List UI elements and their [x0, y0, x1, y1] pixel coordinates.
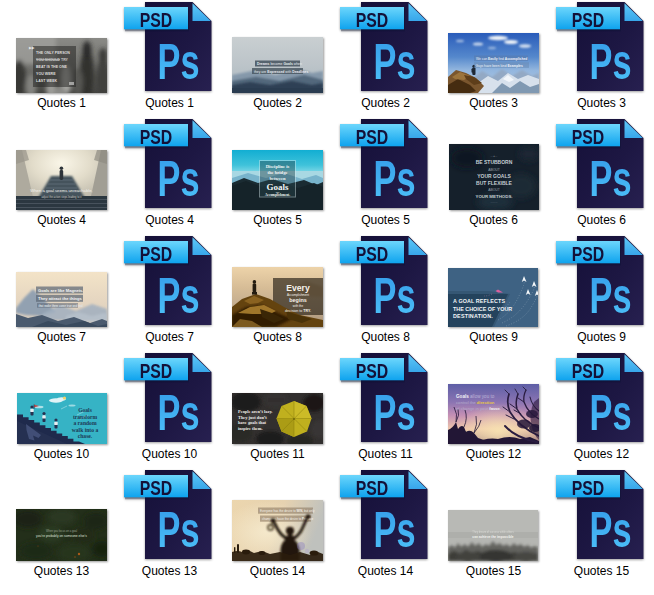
- svg-text:Goals: Goals: [78, 407, 92, 413]
- svg-text:DESTINATION.: DESTINATION.: [453, 313, 493, 319]
- svg-text:BE STUBBORN: BE STUBBORN: [475, 158, 512, 164]
- svg-text:Every: Every: [286, 283, 310, 293]
- svg-text:with the: with the: [293, 303, 304, 307]
- svg-text:THE ONLY PERSON: THE ONLY PERSON: [36, 51, 70, 55]
- svg-text:ABOUT: ABOUT: [488, 188, 500, 192]
- svg-text:YOU WERE: YOU WERE: [36, 72, 56, 76]
- svg-text:Discipline is: Discipline is: [266, 163, 290, 168]
- svg-text:LAST WEEK: LAST WEEK: [36, 79, 58, 83]
- svg-text:inspire them.: inspire them.: [238, 425, 263, 430]
- svg-text:Dreams become Goals when: Dreams become Goals when: [257, 62, 302, 66]
- svg-text:YOUR METHODS.: YOUR METHODS.: [475, 193, 512, 198]
- svg-text:Guys have been kind Examples: Guys have been kind Examples: [476, 63, 523, 67]
- svg-text:When a goal seems unreachable,: When a goal seems unreachable,: [30, 188, 92, 193]
- svg-text:YOUR GOALS: YOUR GOALS: [477, 172, 511, 178]
- svg-text:can achieve the impossible: can achieve the impossible: [472, 534, 514, 538]
- svg-text:They dream of success while ot: They dream of success while others: [472, 530, 514, 534]
- svg-text:adjust the action steps leadin: adjust the action steps leading to it: [42, 194, 82, 198]
- svg-text:transform: transform: [72, 413, 97, 419]
- svg-text:They attract the things: They attract the things: [38, 296, 83, 301]
- svg-text:chase.: chase.: [77, 433, 92, 439]
- svg-text:decision to TRY.: decision to TRY.: [285, 308, 311, 312]
- svg-text:control the direction: control the direction: [456, 400, 495, 405]
- svg-text:Goals allow you to: Goals allow you to: [456, 394, 495, 399]
- svg-text:We can Easily find Accomplishe: We can Easily find Accomplished: [476, 56, 527, 60]
- svg-text:you’re probably on someone els: you’re probably on someone else’s: [36, 533, 87, 537]
- svg-text:begins: begins: [289, 297, 306, 303]
- svg-text:that make them come true and r: that make them come true and real: [39, 303, 84, 307]
- svg-text:the bridge: the bridge: [267, 169, 287, 174]
- svg-text:Accomplishment.: Accomplishment.: [265, 193, 290, 197]
- svg-text:they are Expressed with Deadli: they are Expressed with Deadlines: [254, 69, 308, 73]
- svg-text:When you focus on a goal: When you focus on a goal: [46, 528, 77, 532]
- svg-text:▶▶: ▶▶: [29, 46, 35, 50]
- svg-text:A GOAL REFLECTS: A GOAL REFLECTS: [453, 298, 505, 304]
- svg-text:ABOUT: ABOUT: [488, 167, 500, 171]
- svg-text:of change in your favor.: of change in your favor.: [456, 406, 500, 411]
- svg-text:Accomplishment: Accomplishment: [287, 292, 309, 296]
- svg-text:Goals are like Magnets.: Goals are like Magnets.: [38, 287, 84, 292]
- svg-text:People aren’t lazy.: People aren’t lazy.: [238, 409, 272, 414]
- svg-text:BUT FLEXIBLE: BUT FLEXIBLE: [476, 179, 512, 185]
- svg-text:between: between: [269, 175, 286, 180]
- svg-text:walk into a: walk into a: [71, 426, 98, 432]
- svg-text:They just don’t: They just don’t: [238, 414, 267, 419]
- svg-text:———: ———: [490, 201, 498, 204]
- svg-text:THE CHOICE OF YOUR: THE CHOICE OF YOUR: [453, 305, 512, 311]
- svg-text:a random: a random: [73, 420, 96, 426]
- svg-text:have goals that: have goals that: [238, 420, 267, 425]
- svg-text:BEAT IS THE ONE: BEAT IS THE ONE: [36, 65, 67, 69]
- svg-text:Everyone has the desire to WIN: Everyone has the desire to WIN, but only: [260, 509, 315, 513]
